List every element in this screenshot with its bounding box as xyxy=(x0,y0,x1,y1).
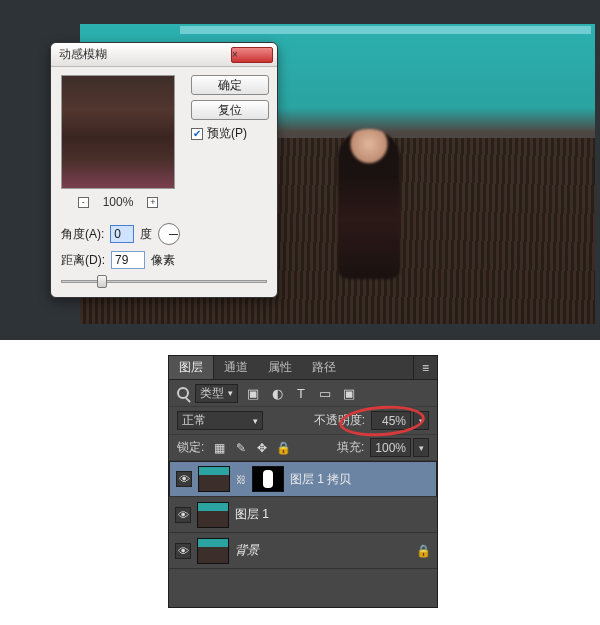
angle-label: 角度(A): xyxy=(61,226,104,243)
layer-thumb[interactable] xyxy=(197,538,229,564)
chevron-down-icon: ▾ xyxy=(228,388,233,398)
layers-panel: 图层 通道 属性 路径 ≡ 类型 ▾ ▣ ◐ T ▭ ▣ 正常 ▾ 不透明度: xyxy=(168,355,438,608)
tab-paths[interactable]: 路径 xyxy=(302,356,346,379)
distance-input[interactable]: 79 xyxy=(111,251,145,269)
visibility-toggle[interactable]: 👁 xyxy=(175,543,191,559)
close-icon: × xyxy=(232,50,272,60)
blur-preview xyxy=(61,75,175,189)
motion-blur-dialog: 动感模糊 × - 100% + 确定 复位 ✔ 预览(P) 角度(A): 0 度 xyxy=(50,42,278,298)
lock-all-icon[interactable]: 🔒 xyxy=(274,441,292,455)
dialog-titlebar[interactable]: 动感模糊 × xyxy=(51,43,277,67)
fill-dropdown[interactable]: ▾ xyxy=(413,438,429,457)
zoom-out-button[interactable]: - xyxy=(78,197,89,208)
blend-mode-select[interactable]: 正常 ▾ xyxy=(177,411,263,430)
layer-thumb[interactable] xyxy=(198,466,230,492)
filter-smart-icon[interactable]: ▣ xyxy=(340,386,358,401)
preview-checkbox-label: 预览(P) xyxy=(207,125,247,142)
preview-checkbox[interactable]: ✔ 预览(P) xyxy=(191,125,269,142)
search-icon xyxy=(177,387,189,399)
zoom-value: 100% xyxy=(103,195,134,209)
ok-button[interactable]: 确定 xyxy=(191,75,269,95)
layer-name[interactable]: 背景 xyxy=(235,542,259,559)
filter-adjust-icon[interactable]: ◐ xyxy=(268,386,286,401)
layer-filter-select[interactable]: 类型 ▾ xyxy=(195,384,238,403)
link-icon[interactable]: ⛓ xyxy=(236,474,246,485)
blend-mode-value: 正常 xyxy=(182,412,206,429)
angle-unit: 度 xyxy=(140,226,152,243)
lock-brush-icon[interactable]: ✎ xyxy=(232,441,250,455)
tab-layers[interactable]: 图层 xyxy=(169,356,214,379)
visibility-toggle[interactable]: 👁 xyxy=(176,471,192,487)
chevron-down-icon: ▾ xyxy=(253,416,258,426)
opacity-dropdown[interactable]: ▾ xyxy=(413,411,429,430)
slider-thumb[interactable] xyxy=(97,275,107,288)
layer-row[interactable]: 👁 图层 1 xyxy=(169,497,437,533)
checkbox-icon: ✔ xyxy=(191,128,203,140)
filter-image-icon[interactable]: ▣ xyxy=(244,386,262,401)
fill-input[interactable]: 100% xyxy=(370,438,411,457)
visibility-toggle[interactable]: 👁 xyxy=(175,507,191,523)
fill-label: 填充: xyxy=(337,439,364,456)
layer-name[interactable]: 图层 1 xyxy=(235,506,269,523)
filter-shape-icon[interactable]: ▭ xyxy=(316,386,334,401)
filter-type-icon[interactable]: T xyxy=(292,386,310,401)
tab-channels[interactable]: 通道 xyxy=(214,356,258,379)
lock-pixels-icon[interactable]: ▦ xyxy=(210,441,228,455)
layer-mask-thumb[interactable] xyxy=(252,466,284,492)
lock-icon: 🔒 xyxy=(416,544,431,558)
distance-unit: 像素 xyxy=(151,252,175,269)
zoom-in-button[interactable]: + xyxy=(147,197,158,208)
layer-row[interactable]: 👁 背景 🔒 xyxy=(169,533,437,569)
distance-label: 距离(D): xyxy=(61,252,105,269)
layer-list: 👁 ⛓ 图层 1 拷贝 👁 图层 1 👁 背景 🔒 xyxy=(169,461,437,569)
opacity-input[interactable]: 45% xyxy=(371,411,411,430)
opacity-label: 不透明度: xyxy=(314,412,365,429)
lock-move-icon[interactable]: ✥ xyxy=(253,441,271,455)
layer-filter-label: 类型 xyxy=(200,385,224,402)
layer-name[interactable]: 图层 1 拷贝 xyxy=(290,471,351,488)
layer-row[interactable]: 👁 ⛓ 图层 1 拷贝 xyxy=(169,461,437,497)
angle-dial[interactable] xyxy=(158,223,180,245)
tab-properties[interactable]: 属性 xyxy=(258,356,302,379)
lock-label: 锁定: xyxy=(177,439,204,456)
dialog-title: 动感模糊 xyxy=(59,46,231,63)
distance-slider[interactable] xyxy=(61,275,267,289)
reset-button[interactable]: 复位 xyxy=(191,100,269,120)
close-button[interactable]: × xyxy=(231,47,273,63)
panel-menu-icon[interactable]: ≡ xyxy=(413,356,437,379)
angle-input[interactable]: 0 xyxy=(110,225,134,243)
layer-thumb[interactable] xyxy=(197,502,229,528)
